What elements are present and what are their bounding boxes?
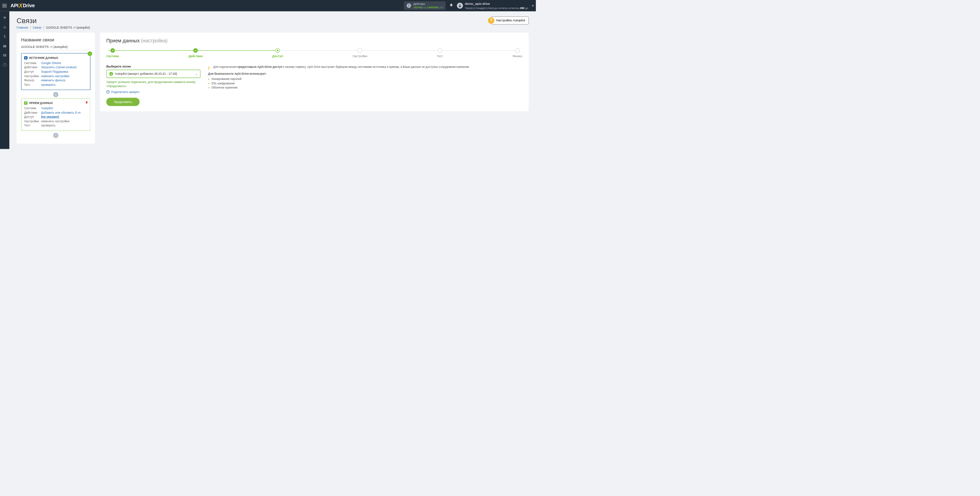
- continue-button[interactable]: Продолжить: [106, 98, 140, 106]
- actions-label: Действия:: [413, 2, 443, 5]
- info-panel: i Для подключения предоставьте ApiX-Driv…: [208, 65, 522, 89]
- user-name: demo_apix-drive: [465, 2, 528, 6]
- page-title: Связи: [16, 16, 90, 25]
- chevron-down-icon: ⌄: [195, 72, 197, 75]
- step-access[interactable]: Доступ: [272, 48, 283, 58]
- menu-icon[interactable]: [2, 4, 7, 7]
- breadcrumb-links[interactable]: Связи: [33, 26, 41, 29]
- connection-card: Название связи GOOGLE SHEETS -> (autopil…: [16, 33, 95, 144]
- stepper: Система Действие Доступ Настройки Тест Ф…: [106, 48, 522, 58]
- login-label: Выберите логин: [106, 65, 200, 68]
- rail-help-icon[interactable]: [0, 60, 9, 69]
- source-block[interactable]: 1ИСТОЧНИК ДАННЫХ СистемаGoogle Sheets Де…: [21, 53, 90, 90]
- autopilot-button[interactable]: Настройка Autopilot: [492, 16, 529, 24]
- svg-rect-9: [5, 56, 6, 56]
- step-settings[interactable]: Настройки: [353, 48, 368, 58]
- login-select[interactable]: Autopilot (аккаунт добавлен 26.03.21 - 1…: [106, 70, 200, 78]
- breadcrumb: Главная / Связи / GOOGLE SHEETS -> (auto…: [16, 26, 90, 29]
- user-icon: [109, 72, 113, 76]
- connection-name[interactable]: GOOGLE SHEETS -> (autopilot): [21, 45, 90, 50]
- rail-billing-icon[interactable]: [0, 32, 9, 41]
- add-button[interactable]: +: [53, 92, 58, 97]
- connection-title: Название связи: [21, 37, 90, 42]
- user-plan: Тариф |Стандарт| (new) до оплаты осталос…: [465, 6, 528, 10]
- step-finish[interactable]: Финиш: [512, 48, 522, 58]
- svg-rect-8: [5, 55, 6, 55]
- check-icon: [88, 51, 92, 56]
- svg-rect-3: [5, 28, 5, 29]
- chevron-down-icon[interactable]: ▾: [532, 3, 534, 8]
- svg-rect-1: [5, 25, 5, 26]
- plus-icon: +: [106, 90, 110, 94]
- svg-point-0: [459, 5, 461, 6]
- info-icon: i: [208, 64, 212, 68]
- user-menu[interactable]: demo_apix-drive Тариф |Стандарт| (new) д…: [465, 2, 528, 10]
- rail-briefcase-icon[interactable]: [0, 41, 9, 50]
- add-button[interactable]: +: [53, 133, 58, 138]
- actions-counter[interactable]: i Действия: 142'432 из 1'000'000 (14: [404, 2, 445, 10]
- rail-contacts-icon[interactable]: [0, 51, 9, 60]
- logo[interactable]: APIXDrive: [11, 2, 35, 9]
- success-message: Аккаунт успешно подключен, для продолжен…: [106, 80, 200, 88]
- svg-point-11: [5, 65, 5, 66]
- destination-block[interactable]: 2ПРИЕМ ДАННЫХ СистемаAutopilot ДействиеД…: [21, 98, 90, 131]
- avatar[interactable]: [457, 3, 463, 9]
- svg-point-12: [111, 73, 111, 74]
- right-title: Прием данных (настройка): [106, 38, 522, 44]
- step-action[interactable]: Действие: [188, 48, 203, 58]
- svg-rect-2: [3, 28, 4, 29]
- connect-account-link[interactable]: + Подключить аккаунт: [106, 90, 200, 94]
- info-icon: i: [407, 3, 411, 8]
- topbar: APIXDrive i Действия: 142'432 из 1'000'0…: [0, 0, 536, 11]
- breadcrumb-home[interactable]: Главная: [16, 26, 28, 29]
- step-system[interactable]: Система: [106, 48, 119, 58]
- step-test[interactable]: Тест: [437, 48, 443, 58]
- bell-icon[interactable]: [449, 3, 453, 8]
- left-rail: [0, 11, 9, 149]
- rail-connections-icon[interactable]: [0, 23, 9, 32]
- login-selected: Autopilot (аккаунт добавлен 26.03.21 - 1…: [115, 72, 177, 75]
- rail-home-icon[interactable]: [0, 13, 9, 22]
- breadcrumb-current: GOOGLE SHEETS -> (autopilot): [46, 26, 90, 29]
- svg-rect-5: [3, 46, 6, 48]
- svg-rect-4: [5, 28, 6, 29]
- data-receive-card: Прием данных (настройка) Система Действи…: [100, 33, 529, 111]
- svg-point-7: [4, 55, 5, 56]
- delete-icon[interactable]: [85, 100, 88, 105]
